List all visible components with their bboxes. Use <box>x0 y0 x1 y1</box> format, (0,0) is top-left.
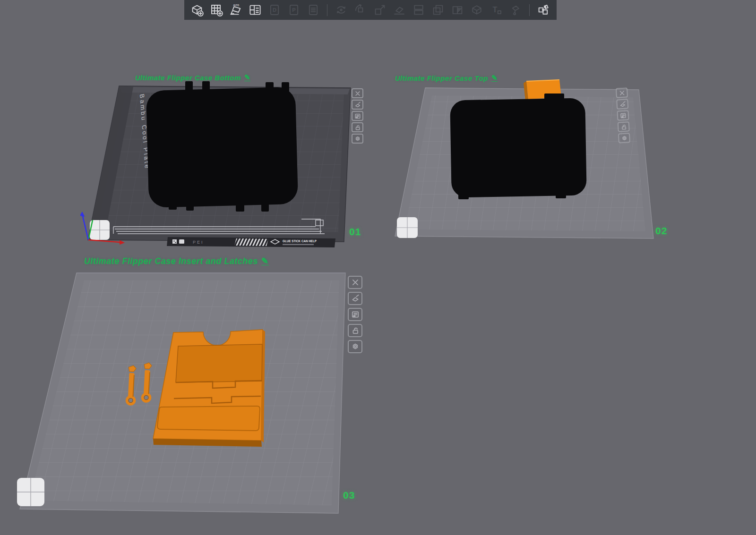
copy-objects-icon[interactable] <box>430 2 446 18</box>
lock-plate-icon[interactable] <box>618 121 630 132</box>
corner-origin-tile <box>17 478 44 506</box>
toolbar-separator <box>327 4 327 16</box>
glue-hint-label: GLUE STICK CAN HELP <box>283 239 317 243</box>
svg-text:D: D <box>273 7 276 13</box>
svg-text:T: T <box>493 5 498 14</box>
plate-1-title-text: Ultimate Flipper Case Bottom <box>135 74 241 82</box>
viewport-3d[interactable]: AUTO D P <box>0 0 756 535</box>
delete-plate-icon[interactable] <box>616 87 628 98</box>
doc-lines-icon[interactable] <box>305 2 321 18</box>
split-layers-icon[interactable] <box>411 2 427 18</box>
plate-settings-icon[interactable] <box>352 134 363 144</box>
toolbar-separator <box>529 4 530 16</box>
text-tool-icon[interactable]: T <box>488 2 504 18</box>
assembly-view-icon[interactable] <box>535 2 551 18</box>
delete-plate-icon[interactable] <box>348 276 362 289</box>
lock-plate-icon[interactable] <box>352 122 363 132</box>
arrange-icon[interactable] <box>247 2 263 18</box>
plate-1-number: 01 <box>349 226 361 238</box>
plate-3-number: 03 <box>343 490 355 501</box>
plate-2-title-text: Ultimate Flipper Case Top <box>395 74 488 82</box>
svg-text:P: P <box>292 7 296 13</box>
edit-plate-name-icon[interactable]: ✎ <box>491 75 498 82</box>
main-toolbar: AUTO D P <box>184 0 557 20</box>
plate-2-number: 02 <box>655 225 667 237</box>
corner-origin-tile <box>90 220 110 240</box>
plate-1-controls <box>352 88 363 144</box>
arrange-plate-icon[interactable] <box>616 99 628 109</box>
plate-3-title[interactable]: Ultimate Flipper Case Insert and Latches… <box>84 256 269 266</box>
build-plate-1[interactable]: PEI GLUE STICK CAN HELP Bambu Cool Plate <box>80 76 369 250</box>
scale-tool-icon[interactable] <box>372 2 388 18</box>
plate-branding-strip: PEI GLUE STICK CAN HELP <box>167 237 335 247</box>
arrange-plate-icon[interactable] <box>348 292 362 305</box>
corner-origin-tile <box>397 217 418 238</box>
label-objects-icon[interactable] <box>348 308 362 321</box>
plate-2-title[interactable]: Ultimate Flipper Case Top ✎ <box>395 74 498 82</box>
model-case-top[interactable] <box>450 93 587 199</box>
svg-text:AUTO: AUTO <box>233 4 239 7</box>
plate-settings-icon[interactable] <box>348 340 362 353</box>
surface-label: PEI <box>193 240 204 245</box>
plate-3-title-text: Ultimate Flipper Case Insert and Latches <box>84 256 258 266</box>
place-on-face-icon[interactable] <box>391 2 407 18</box>
plate-settings-icon[interactable] <box>618 133 630 143</box>
mesh-boolean-icon[interactable] <box>469 2 485 18</box>
edit-plate-name-icon[interactable]: ✎ <box>244 74 250 81</box>
delete-plate-icon[interactable] <box>352 88 363 98</box>
rotate-tool-icon[interactable] <box>352 2 369 18</box>
mesh-cut-icon[interactable] <box>449 2 465 18</box>
build-plate-3[interactable] <box>9 264 369 522</box>
orient-tool-icon[interactable] <box>333 2 349 18</box>
plate-3-controls <box>348 276 362 353</box>
arrange-plate-icon[interactable] <box>352 100 363 110</box>
model-case-bottom[interactable] <box>146 81 298 212</box>
add-object-icon[interactable] <box>189 2 205 18</box>
export-doc-p-icon[interactable]: P <box>286 2 302 18</box>
plate-1-title[interactable]: Ultimate Flipper Case Bottom ✎ <box>135 74 250 82</box>
paint-tool-icon[interactable] <box>507 2 524 18</box>
lock-plate-icon[interactable] <box>348 324 362 337</box>
auto-orient-icon[interactable]: AUTO <box>228 2 244 18</box>
hint-subtext-bar <box>283 244 314 246</box>
label-objects-icon[interactable] <box>617 110 629 120</box>
add-plate-icon[interactable] <box>208 2 224 18</box>
export-doc-d-icon[interactable]: D <box>266 2 283 18</box>
edit-plate-name-icon[interactable]: ✎ <box>261 257 269 265</box>
label-objects-icon[interactable] <box>352 111 363 121</box>
